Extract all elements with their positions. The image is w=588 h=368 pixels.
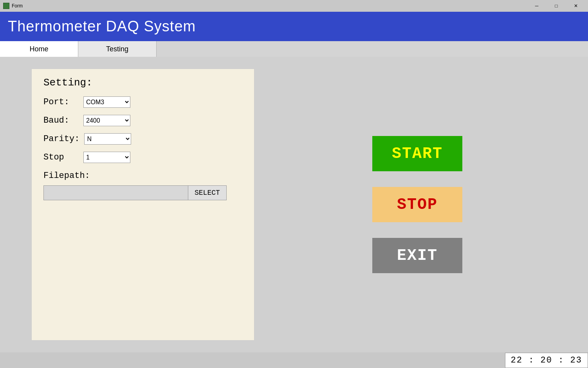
baud-label: Baud: [43, 116, 79, 125]
stop-button[interactable]: STOP [372, 187, 462, 222]
filepath-label: Filepath: [43, 171, 242, 181]
tab-bar: Home Testing [0, 41, 588, 57]
stop-row: Stop 1 2 [43, 152, 242, 163]
settings-title: Setting: [43, 77, 242, 89]
settings-panel: Setting: Port: COM3 COM1 COM2 COM4 Baud:… [31, 69, 254, 341]
title-bar-controls: ─ □ ✕ [528, 0, 585, 12]
filepath-input[interactable] [43, 185, 188, 200]
clock-display: 22 : 20 : 23 [511, 355, 582, 365]
port-label: Port: [43, 97, 79, 107]
status-bar: 22 : 20 : 23 [505, 353, 588, 368]
close-button[interactable]: ✕ [567, 0, 585, 12]
tab-testing[interactable]: Testing [78, 41, 157, 57]
parity-select[interactable]: N E O [84, 133, 131, 145]
title-bar: Form ─ □ ✕ [0, 0, 588, 12]
stop-select[interactable]: 1 2 [83, 152, 130, 163]
select-button[interactable]: SELECT [188, 185, 227, 200]
baud-row: Baud: 2400 1200 4800 9600 19200 [43, 115, 242, 126]
window-icon [3, 3, 9, 9]
maximize-button[interactable]: □ [547, 0, 565, 12]
port-select[interactable]: COM3 COM1 COM2 COM4 [83, 96, 130, 108]
app-title: Thermometer DAQ System [8, 18, 196, 35]
exit-button[interactable]: EXIT [372, 238, 462, 273]
parity-label: Parity: [43, 134, 79, 144]
main-content: Setting: Port: COM3 COM1 COM2 COM4 Baud:… [0, 57, 588, 352]
stop-label: Stop [43, 152, 79, 162]
parity-row: Parity: N E O [43, 133, 242, 145]
app-header: Thermometer DAQ System [0, 12, 588, 41]
start-button[interactable]: START [372, 136, 462, 171]
control-panel: START STOP EXIT [254, 69, 580, 341]
filepath-row: SELECT [43, 185, 242, 200]
tab-home[interactable]: Home [0, 41, 78, 57]
title-bar-left: Form [3, 3, 23, 9]
baud-select[interactable]: 2400 1200 4800 9600 19200 [83, 115, 130, 126]
title-bar-label: Form [12, 3, 23, 9]
minimize-button[interactable]: ─ [528, 0, 546, 12]
port-row: Port: COM3 COM1 COM2 COM4 [43, 96, 242, 108]
